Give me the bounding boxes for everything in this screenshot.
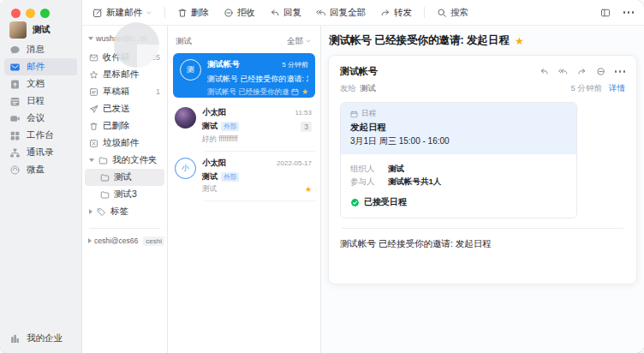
folder-inbox[interactable]: 收件箱 25 <box>82 49 167 66</box>
reply-icon <box>270 8 280 18</box>
junk-icon <box>89 139 98 148</box>
calendar-invite-card[interactable]: 日程 发起日程 3月1日 周三 15:00 - 16:00 组织人 测试 参与人… <box>340 102 577 218</box>
close-window-button[interactable] <box>11 9 21 18</box>
zoom-window-button[interactable] <box>40 9 50 18</box>
sidebar-item-messages[interactable]: 消息 <box>4 41 77 58</box>
primary-account-label: wushan@c...m <box>96 34 147 43</box>
tag-icon <box>97 207 106 217</box>
sidebar-item-drive[interactable]: 微盘 <box>4 161 77 178</box>
mail-subject-line: 测试帐号 已经接受你的邀请: 发... <box>207 74 308 85</box>
compose-button[interactable]: 新建邮件 <box>92 7 152 19</box>
sidebar-item-docs[interactable]: 文档 <box>4 75 77 93</box>
reject-button[interactable]: 拒收 <box>224 7 255 19</box>
folder-deleted[interactable]: 已删除 <box>82 117 167 135</box>
accepted-check-icon <box>350 198 360 207</box>
sidebar-item-workbench[interactable]: 工作台 <box>4 127 77 144</box>
forward-icon[interactable] <box>577 67 587 76</box>
secondary-account-label: ceshi@ces66... <box>94 236 139 245</box>
event-status: 已接受日程 <box>364 196 407 208</box>
forward-button[interactable]: 转发 <box>380 7 412 19</box>
search-icon <box>437 8 447 18</box>
folder-label: 测试 <box>114 171 132 183</box>
delete-button[interactable]: 删除 <box>177 7 209 19</box>
folder-drafts[interactable]: 草稿箱 1 <box>82 83 167 100</box>
reply-all-label: 回复全部 <box>330 7 366 19</box>
organizer-value: 测试 <box>388 164 404 175</box>
folder-label: 垃圾邮件 <box>103 137 139 149</box>
user-name: 测试 <box>33 24 51 36</box>
minimize-window-button[interactable] <box>26 9 35 18</box>
primary-account[interactable]: wushan@c...m <box>82 33 167 45</box>
unread-count-badge: 3 <box>301 122 312 132</box>
reply-all-icon[interactable] <box>558 67 568 76</box>
sidebar-item-meetings[interactable]: 会议 <box>4 110 77 127</box>
inbox-icon <box>89 53 98 63</box>
sidebar-item-label: 文档 <box>27 78 45 90</box>
folder-tags[interactable]: 标签 <box>82 203 167 220</box>
caret-down-icon <box>89 159 94 162</box>
reply-all-button[interactable]: 回复全部 <box>316 7 366 19</box>
mail-list-item[interactable]: 小太阳 11:53 测试 外部 3 好的 ffffffffff <box>168 101 320 150</box>
external-badge: 外部 <box>221 122 239 131</box>
reply-icon[interactable] <box>540 67 549 76</box>
sidebar-item-mail[interactable]: 邮件 <box>4 58 77 75</box>
folder-starred[interactable]: 星标邮件 <box>82 66 167 83</box>
more-actions-icon[interactable] <box>615 70 626 73</box>
sidebar-item-schedule[interactable]: 日程 <box>4 93 77 110</box>
folder-sent[interactable]: 已发送 <box>82 100 167 117</box>
contacts-icon <box>9 147 21 159</box>
event-time: 3月1日 周三 15:00 - 16:00 <box>350 135 567 147</box>
chat-reply-icon[interactable] <box>596 67 605 76</box>
reply-button[interactable]: 回复 <box>270 7 301 19</box>
sidebar-item-label: 消息 <box>27 44 45 56</box>
avatar: 测 <box>180 59 201 81</box>
reading-pane-layout-icon[interactable] <box>600 8 611 18</box>
detail-link[interactable]: 详情 <box>609 83 625 94</box>
search-button[interactable]: 搜索 <box>437 7 468 19</box>
star-icon[interactable]: ★ <box>515 36 524 46</box>
sidebar-item-label: 通讯录 <box>27 147 54 159</box>
mail-list-item[interactable]: 小 小太阳 2022-05-17 测试 外部 测试 ★ <box>168 152 320 200</box>
folder-label: 已删除 <box>103 120 130 132</box>
reply-all-icon <box>316 8 326 18</box>
mail-filter-label: 全部 <box>287 36 303 47</box>
message-body: 测试帐号 已经接受你的邀请: 发起日程 <box>340 238 625 250</box>
reading-pane: 测试帐号 已经接受你的邀请: 发起日程 ★ 测试帐号 <box>321 26 644 353</box>
message-panel: 测试帐号 <box>328 55 637 284</box>
mail-list-item-selected[interactable]: 测 测试帐号 5 分钟前 测试帐号 已经接受你的邀请: 发... 测试帐号 已经… <box>173 53 315 98</box>
mail-sender: 小太阳 <box>202 107 227 118</box>
folder-junk[interactable]: 垃圾邮件 <box>82 135 167 152</box>
avatar: 小 <box>175 158 196 179</box>
folder-ceshi[interactable]: 测试 <box>85 169 164 186</box>
sent-plane-icon <box>89 105 98 114</box>
external-badge: 外部 <box>221 172 239 182</box>
sidebar-item-my-company[interactable]: 我的企业 <box>0 332 81 344</box>
account-tag-badge: ceshi <box>143 236 164 246</box>
star-icon: ★ <box>305 186 312 194</box>
mail-subject-line: 测试 <box>202 171 218 182</box>
folder-my-folders[interactable]: 我的文件夹 <box>82 152 167 169</box>
mail-time: 2022-05-17 <box>277 159 312 167</box>
more-actions-icon[interactable] <box>623 11 635 14</box>
sidebar-item-label: 工作台 <box>27 129 54 141</box>
delete-label: 删除 <box>191 7 209 19</box>
secondary-account[interactable]: ceshi@ces66... ceshi <box>82 235 167 247</box>
workbench-grid-icon <box>9 130 21 141</box>
folder-count: 25 <box>152 53 160 62</box>
caret-right-icon <box>88 238 92 243</box>
message-actions <box>540 67 626 76</box>
sidebar-item-contacts[interactable]: 通讯录 <box>4 144 77 161</box>
mail-time: 11:53 <box>295 109 312 117</box>
meeting-icon <box>9 113 21 124</box>
sidebar-user[interactable]: 测试 <box>0 21 81 39</box>
trash-icon <box>177 8 188 18</box>
folder-icon <box>98 156 108 165</box>
folder-icon <box>100 190 110 200</box>
to-recipient[interactable]: 测试 <box>360 83 376 94</box>
mail-preview: 好的 ffffffffff <box>202 135 312 145</box>
mail-subject-line: 测试 <box>202 121 218 132</box>
organizer-label: 组织人 <box>350 164 379 175</box>
mail-filter-dropdown[interactable]: 全部 <box>287 36 312 47</box>
calendar-icon <box>350 111 358 118</box>
folder-ceshi3[interactable]: 测试3 <box>82 186 167 203</box>
